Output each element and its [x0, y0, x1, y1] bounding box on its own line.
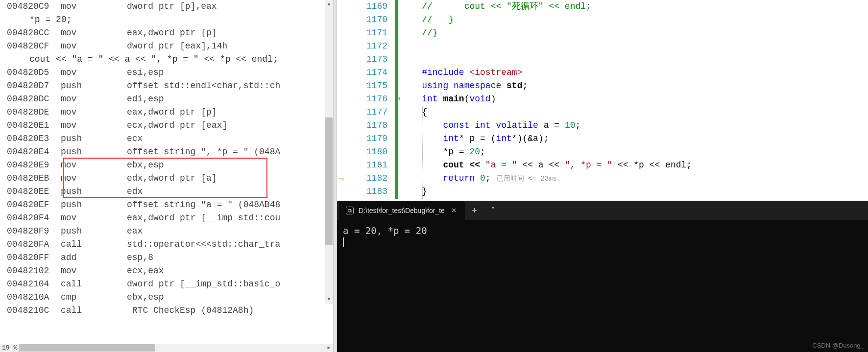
disasm-mnemonic: mov — [61, 93, 127, 106]
code-line[interactable]: // cout << "死循环" << endl; — [401, 0, 866, 13]
disasm-row[interactable]: 004820FFaddesp,8 — [0, 251, 333, 264]
disasm-address: 004820E1 — [7, 119, 61, 132]
disasm-operands: ecx,eax — [127, 264, 333, 278]
disassembly-pane[interactable]: 004820C9movdword ptr [p],eax*p = 20;0048… — [0, 0, 333, 352]
disasm-address: 004820FF — [7, 251, 61, 264]
code-token: << *p << endl; — [612, 160, 692, 170]
disasm-address: 0048210C — [7, 304, 61, 317]
disasm-row[interactable]: 004820E9movebx,esp — [0, 159, 333, 172]
close-tab-button[interactable]: × — [450, 206, 458, 215]
code-line[interactable]: #include <iostream> — [401, 66, 866, 79]
code-line[interactable]: return 0;已用时间 <= 23ms — [401, 172, 866, 185]
disasm-address: 004820EE — [7, 185, 61, 198]
disasm-operands: esp,8 — [127, 251, 333, 264]
disasm-row[interactable]: 004820C9movdword ptr [p],eax — [0, 0, 333, 13]
new-tab-button[interactable]: + — [465, 206, 484, 216]
zoom-level-label[interactable]: 19 % — [0, 344, 20, 352]
disasm-mnemonic: push — [61, 198, 127, 211]
terminal-tab-title: D:\test\for_test\Debug\for_te — [359, 207, 445, 214]
vertical-scrollbar[interactable]: ▲ ▼ — [325, 0, 333, 304]
code-line[interactable]: } — [401, 185, 866, 198]
disasm-row[interactable]: 0048210Acmpebx,esp — [0, 291, 333, 304]
disasm-source-line: *p = 20; — [0, 13, 333, 26]
disasm-address: 004820FA — [7, 238, 61, 251]
terminal-cursor — [343, 237, 344, 247]
line-number: 1179 — [337, 132, 393, 145]
disasm-mnemonic: push — [61, 145, 127, 159]
disasm-row[interactable]: 00482104calldword ptr [__imp_std::basic_… — [0, 278, 333, 291]
disasm-row[interactable]: 004820DEmoveax,dword ptr [p] — [0, 106, 333, 119]
disasm-row[interactable]: 004820FAcallstd::operator<<<std::char_tr… — [0, 238, 333, 251]
disasm-row[interactable]: 004820EEpushedx — [0, 185, 333, 198]
terminal-tab[interactable]: ⧉ D:\test\for_test\Debug\for_te × — [339, 201, 465, 220]
code-line[interactable]: { — [401, 106, 866, 119]
disasm-row[interactable]: 004820E3pushecx — [0, 132, 333, 145]
fold-toggle-icon[interactable]: ⊟ — [397, 95, 400, 102]
code-line[interactable]: cout << "a = " << a << ", *p = " << *p <… — [401, 159, 866, 172]
code-token: // } — [422, 15, 454, 24]
code-line[interactable]: const int volatile a = 10; — [401, 119, 866, 132]
code-token: 0 — [480, 173, 485, 183]
disasm-mnemonic: mov — [61, 40, 127, 53]
code-token: <iostream> — [469, 68, 522, 77]
code-line[interactable]: // } — [401, 13, 866, 26]
code-line[interactable]: //} — [401, 26, 866, 40]
line-number: 1176 — [337, 93, 393, 106]
line-number: 1182 — [337, 172, 393, 185]
disasm-mnemonic: mov — [61, 172, 127, 185]
code-line[interactable]: int main(void) — [401, 93, 866, 106]
disasm-row[interactable]: 004820EBmovedx,dword ptr [a] — [0, 172, 333, 185]
pane-divider[interactable] — [333, 0, 337, 352]
disasm-address: 004820EF — [7, 198, 61, 211]
disasm-address: 004820DC — [7, 93, 61, 106]
disasm-mnemonic: mov — [61, 66, 127, 79]
code-line[interactable]: using namespace std; — [401, 79, 866, 93]
code-line[interactable] — [401, 53, 866, 66]
disasm-address: 00482102 — [7, 264, 61, 278]
disasm-address: 004820D5 — [7, 66, 61, 79]
disasm-row[interactable]: 004820E1movecx,dword ptr [eax] — [0, 119, 333, 132]
disasm-row[interactable]: 004820DCmovedi,esp — [0, 93, 333, 106]
line-number: 1169 — [337, 0, 393, 13]
code-editor-area[interactable]: // cout << "死循环" << endl; // } //} #incl… — [401, 0, 866, 201]
scroll-thumb-h[interactable] — [8, 344, 155, 352]
code-token: *p = — [443, 147, 469, 157]
code-line[interactable]: *p = 20; — [401, 145, 866, 159]
line-number: 1180 — [337, 145, 393, 159]
disasm-row[interactable]: 004820EFpushoffset string "a = " (048AB4… — [0, 198, 333, 211]
disasm-row[interactable]: 004820F9pusheax — [0, 225, 333, 238]
disasm-row[interactable]: 004820E4pushoffset string ", *p = " (048… — [0, 145, 333, 159]
disasm-row[interactable]: 004820D7pushoffset std::endl<char,std::c… — [0, 79, 333, 93]
disasm-row[interactable]: 004820CCmoveax,dword ptr [p] — [0, 26, 333, 40]
disasm-address: 004820F4 — [7, 211, 61, 225]
terminal-panel: ⧉ D:\test\for_test\Debug\for_te × + ˅ a … — [337, 201, 868, 352]
code-token: ( — [464, 94, 470, 104]
scroll-right-arrow[interactable]: ▶ — [325, 344, 333, 352]
code-token: << a << — [517, 160, 565, 170]
code-token: ", *p = " — [565, 160, 612, 170]
horizontal-scrollbar[interactable]: ◀ ▶ — [0, 344, 333, 352]
scroll-up-arrow[interactable]: ▲ — [325, 0, 333, 8]
code-line[interactable] — [401, 40, 866, 53]
disasm-row[interactable]: 00482102movecx,eax — [0, 264, 333, 278]
disasm-row[interactable]: 004820F4moveax,dword ptr [__imp_std::cou — [0, 211, 333, 225]
disasm-row[interactable]: 0048210Ccall RTC CheckEsp (04812A8h) — [0, 304, 333, 317]
code-token: ; — [522, 81, 528, 91]
tab-dropdown-button[interactable]: ˅ — [484, 205, 502, 216]
disasm-operands: eax,dword ptr [p] — [127, 26, 333, 40]
disasm-operands: esi,esp — [127, 66, 333, 79]
disasm-mnemonic: push — [61, 225, 127, 238]
disasm-row[interactable]: 004820D5movesi,esp — [0, 66, 333, 79]
scroll-down-arrow[interactable]: ▼ — [325, 295, 333, 304]
line-number: 1173 — [337, 53, 393, 66]
code-token: a = — [544, 120, 565, 130]
terminal-titlebar[interactable]: ⧉ D:\test\for_test\Debug\for_te × + ˅ — [337, 201, 868, 220]
line-number: 1183 — [337, 185, 393, 198]
disasm-row[interactable]: 004820CFmovdword ptr [eax],14h — [0, 40, 333, 53]
line-number: 1170 — [337, 13, 393, 26]
scroll-thumb-v[interactable] — [325, 117, 333, 245]
line-number: 1177 — [337, 106, 393, 119]
disasm-operands: ebx,esp — [127, 159, 333, 172]
code-line[interactable]: int* p = (int*)(&a); — [401, 132, 866, 145]
terminal-output-area[interactable]: a = 20, *p = 20 — [337, 220, 868, 252]
